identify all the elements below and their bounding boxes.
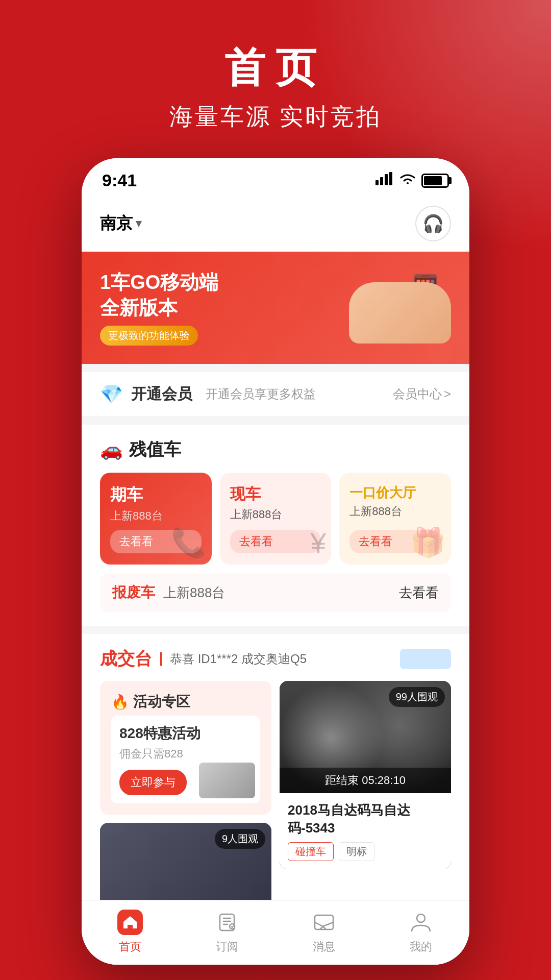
phone-mockup: 9:41 南京 ▾ 🎧 [82, 158, 469, 965]
second-car-preview[interactable]: 9人围观 [100, 823, 271, 900]
headset-button[interactable]: 🎧 [415, 206, 451, 241]
message-tab-icon [310, 909, 338, 936]
car-tag-clear: 明标 [339, 842, 374, 861]
subscribe-tab-icon [213, 909, 241, 936]
member-label: 开通会员 [131, 384, 192, 405]
fixed-price-card[interactable]: 一口价大厅 上新888台 去看看 🎁 [339, 473, 451, 565]
yen-decor-icon: ¥ [310, 526, 326, 559]
activity-card-title: 828特惠活动 [119, 724, 252, 743]
home-tab-label: 首页 [119, 939, 141, 954]
tab-subscribe[interactable]: 订阅 [179, 909, 276, 954]
member-section[interactable]: 💎 开通会员 开通会员享更多权益 会员中心 > [82, 372, 469, 416]
svg-rect-3 [389, 172, 392, 185]
car-type-grid: 期车 上新888台 去看看 📞 现车 上新888台 去看看 ¥ [100, 473, 451, 565]
banner-car-illustration: 📱 [339, 267, 451, 349]
app-content: 南京 ▾ 🎧 1车GO移动端 全新版本 更极致的功能体验 📱 [82, 195, 469, 965]
activity-card[interactable]: 🔥 活动专区 828特惠活动 佣金只需828 立即参与 [100, 681, 271, 815]
car-photo-card[interactable]: 99人围观 距结束 05:28:10 2018马自达码马自达码-5343 碰撞车 [280, 681, 451, 869]
current-car-sub: 上新888台 [230, 507, 321, 522]
page-title: 首页 [0, 41, 551, 96]
member-center-link[interactable]: 会员中心 > [393, 386, 451, 402]
svg-rect-2 [385, 174, 388, 185]
tab-message[interactable]: 消息 [276, 909, 372, 954]
viewers-badge: 99人围观 [389, 687, 445, 707]
main-car-card[interactable]: 99人围观 距结束 05:28:10 2018马自达码马自达码-5343 碰撞车 [280, 681, 451, 900]
activity-section: 🔥 活动专区 828特惠活动 佣金只需828 立即参与 [100, 681, 271, 900]
countdown-timer: 05:28:10 [362, 774, 406, 787]
car-info-box: 2018马自达码马自达码-5343 碰撞车 明标 [280, 793, 451, 869]
tab-my[interactable]: 我的 [372, 909, 469, 954]
car-icon: 🚗 [100, 439, 123, 460]
car-name: 2018马自达码马自达码-5343 [288, 801, 443, 837]
svg-point-5 [230, 924, 235, 929]
tab-bar: 首页 订阅 [82, 900, 469, 965]
trading-section: 成交台 恭喜 ID1***2 成交奥迪Q5 🔥 活动专区 [82, 634, 469, 900]
banner-text: 1车GO移动端 全新版本 更极致的功能体验 [100, 270, 339, 346]
car-tags: 碰撞车 明标 [288, 842, 443, 861]
period-car-title: 期车 [110, 484, 202, 506]
period-car-card[interactable]: 期车 上新888台 去看看 📞 [100, 473, 212, 565]
location-arrow-icon: ▾ [136, 217, 141, 230]
home-tab-icon [116, 909, 144, 936]
period-car-sub: 上新888台 [110, 508, 202, 524]
trading-ticker: 恭喜 ID1***2 成交奥迪Q5 [170, 651, 392, 667]
scrap-link[interactable]: 去看看 [399, 584, 439, 602]
current-car-card[interactable]: 现车 上新888台 去看看 ¥ [220, 473, 332, 565]
scrap-label: 报废车 [112, 583, 155, 602]
status-bar: 9:41 [82, 158, 469, 195]
partial-car-card[interactable]: 9人围观 [100, 823, 271, 900]
car-listing-grid: 🔥 活动专区 828特惠活动 佣金只需828 立即参与 [100, 681, 451, 900]
banner-title-line1: 1车GO移动端 全新版本 [100, 270, 339, 321]
viewers-badge-small: 9人围观 [215, 829, 265, 849]
activity-card-subtitle: 佣金只需828 [119, 746, 252, 762]
activity-title: 🔥 活动专区 [111, 692, 260, 712]
wifi-icon [399, 172, 416, 189]
svg-rect-1 [380, 177, 383, 185]
tab-home[interactable]: 首页 [82, 909, 179, 954]
my-tab-label: 我的 [410, 939, 432, 954]
member-desc: 开通会员享更多权益 [206, 386, 316, 402]
subscribe-tab-label: 订阅 [216, 939, 238, 954]
car-tag-collision: 碰撞车 [288, 842, 334, 861]
trading-title: 成交台 [100, 647, 152, 671]
top-nav: 南京 ▾ 🎧 [82, 195, 469, 252]
svg-rect-0 [375, 180, 379, 185]
residual-cars-section: 🚗 残值车 期车 上新888台 去看看 📞 [82, 425, 469, 626]
page-subtitle: 海量车源 实时竞拍 [0, 101, 551, 133]
status-icons [375, 172, 449, 189]
scroll-area: 1车GO移动端 全新版本 更极致的功能体验 📱 💎 开通会员 开通会员享更多权益… [82, 252, 469, 900]
current-car-btn[interactable]: 去看看 [230, 530, 321, 553]
diamond-icon: 💎 [100, 383, 123, 405]
signal-icon [375, 172, 394, 189]
location-button[interactable]: 南京 ▾ [100, 212, 141, 235]
activity-join-button[interactable]: 立即参与 [119, 770, 187, 795]
countdown-bar: 距结束 05:28:10 [280, 768, 451, 793]
location-text: 南京 [100, 212, 133, 235]
phone-decor-icon: 📞 [171, 526, 207, 559]
promotional-banner[interactable]: 1车GO移动端 全新版本 更极致的功能体验 📱 [82, 252, 469, 364]
gift-decor-icon: 🎁 [410, 526, 446, 559]
page-header: 首页 海量车源 实时竞拍 [0, 0, 551, 133]
headset-icon: 🎧 [422, 213, 444, 234]
ticker-divider [160, 652, 162, 666]
my-tab-icon [407, 909, 435, 936]
section-title-residual: 🚗 残值车 [100, 438, 451, 461]
current-car-title: 现车 [230, 484, 321, 505]
scrap-desc: 上新888台 [163, 584, 225, 602]
battery-icon [421, 174, 449, 188]
message-tab-label: 消息 [313, 939, 335, 954]
activity-car-image [199, 763, 255, 798]
fire-icon: 🔥 [111, 694, 129, 710]
countdown-prefix: 距结束 [325, 774, 359, 787]
fixed-price-title: 一口价大厅 [349, 484, 441, 502]
scrap-car-row[interactable]: 报废车 上新888台 去看看 [100, 573, 451, 612]
car-photo-bg: 99人围观 距结束 05:28:10 [280, 681, 451, 793]
trading-header: 成交台 恭喜 ID1***2 成交奥迪Q5 [100, 647, 451, 671]
banner-badge: 更极致的功能体验 [100, 326, 198, 346]
trading-info-box [400, 649, 451, 669]
fixed-price-sub: 上新888台 [349, 504, 441, 519]
svg-point-7 [417, 914, 425, 922]
status-time: 9:41 [102, 170, 137, 190]
